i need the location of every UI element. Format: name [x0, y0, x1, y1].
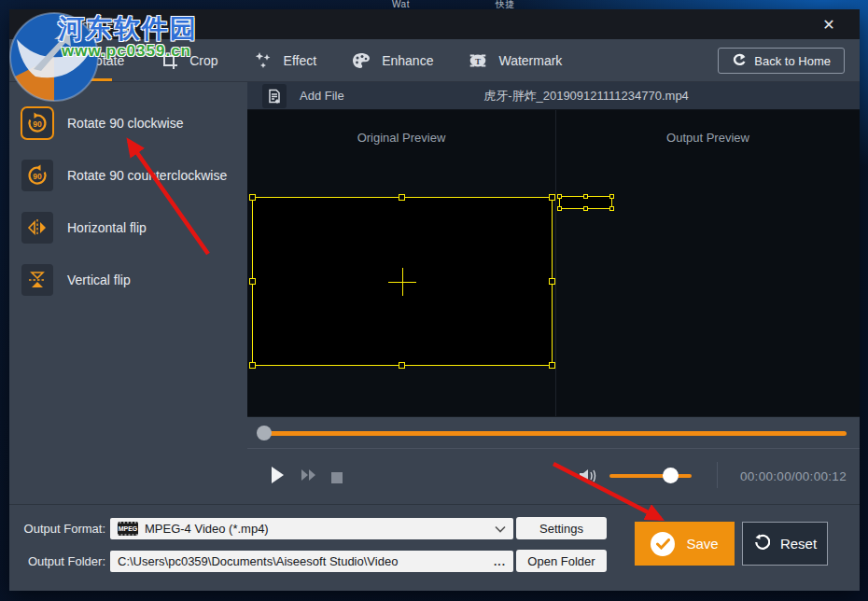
open-folder-button[interactable]: Open Folder — [516, 550, 607, 572]
selection-handle[interactable] — [399, 362, 405, 369]
tab-label: Effect — [284, 53, 317, 68]
selection-handle[interactable] — [583, 194, 588, 199]
time-display: 00:00:00/00:00:12 — [740, 469, 847, 483]
sidebar-item-label: Horizontal flip — [67, 220, 147, 235]
volume-handle[interactable] — [663, 468, 679, 483]
selection-center-crosshair[interactable] — [388, 268, 416, 296]
selection-handle[interactable] — [249, 362, 256, 369]
seek-bar — [247, 416, 860, 448]
sidebar-item-vertical-flip[interactable]: Vertical flip — [9, 258, 247, 302]
playback-controls: 00:00:00/00:00:12 — [247, 448, 860, 504]
svg-text:T: T — [475, 56, 482, 65]
sidebar-item-rotate-90-clockwise[interactable]: 90 Rotate 90 clockwise — [9, 101, 247, 146]
add-file-label[interactable]: Add File — [300, 89, 344, 103]
reset-button[interactable]: Reset — [742, 522, 828, 566]
vertical-flip-icon — [21, 264, 53, 296]
seek-handle[interactable] — [257, 426, 272, 440]
output-folder-label: Output Folder: — [9, 554, 105, 568]
browse-folder-button[interactable]: ... — [494, 555, 506, 568]
play-icon[interactable] — [271, 466, 285, 488]
output-format-value: MPEG-4 Video (*.mp4) — [145, 522, 495, 536]
svg-text:90: 90 — [33, 119, 42, 129]
output-folder-value: C:\Users\pc0359\Documents\Aiseesoft Stud… — [118, 554, 494, 568]
selection-handle[interactable] — [549, 362, 555, 369]
app-star-icon: ★ — [28, 20, 36, 30]
stop-icon[interactable] — [331, 470, 343, 487]
svg-text:90: 90 — [33, 172, 42, 181]
tab-watermark[interactable]: T Watermark — [467, 49, 562, 72]
rotate-options-sidebar: 90 Rotate 90 clockwise 90 Rotate 90 coun… — [9, 82, 247, 504]
open-folder-label: Open Folder — [527, 554, 595, 568]
output-selection-rect[interactable] — [559, 196, 612, 209]
output-format-label: Output Format: — [9, 522, 105, 536]
tab-label: Watermark — [498, 53, 562, 68]
sidebar-item-label: Rotate 90 clockwise — [67, 116, 184, 131]
tab-crop[interactable]: Crop — [158, 49, 217, 72]
app-window: ★ Free Video Editor ✕ Rotate Crop Effect — [9, 9, 860, 591]
preview-divider — [555, 110, 556, 416]
file-toolbar: Add File 虎牙-胖炸_201909121111234770.mp4 — [247, 82, 860, 110]
sidebar-item-label: Rotate 90 counterclockwise — [67, 168, 227, 183]
sidebar-item-rotate-90-counterclockwise[interactable]: 90 Rotate 90 counterclockwise — [9, 153, 247, 198]
desktop-text-fragment: Wat — [392, 0, 410, 9]
tab-rotate[interactable]: Rotate — [54, 49, 124, 72]
active-tab-indicator — [19, 78, 112, 81]
output-panel: Output Format: MPEG MPEG-4 Video (*.mp4)… — [9, 504, 860, 591]
reset-label: Reset — [780, 536, 817, 552]
fast-forward-icon[interactable] — [301, 468, 317, 485]
back-to-home-label: Back to Home — [754, 54, 831, 68]
selection-handle[interactable] — [557, 206, 562, 211]
tab-label: Enhance — [382, 53, 433, 68]
tab-label: Rotate — [86, 53, 124, 68]
save-button[interactable]: Save — [635, 522, 735, 566]
controls-separator — [717, 462, 718, 488]
mpeg-format-icon: MPEG — [118, 522, 138, 536]
selection-handle[interactable] — [549, 278, 555, 285]
crop-tab-icon — [158, 49, 180, 72]
horizontal-flip-icon — [21, 212, 53, 244]
watermark-tab-icon: T — [467, 49, 489, 72]
selection-handle[interactable] — [609, 194, 614, 199]
tab-label: Crop — [189, 53, 217, 68]
output-format-select[interactable]: MPEG MPEG-4 Video (*.mp4) — [110, 518, 513, 539]
window-title: Free Video Editor — [43, 18, 137, 32]
selection-handle[interactable] — [249, 278, 256, 285]
chevron-down-icon[interactable] — [495, 524, 506, 535]
original-selection-rect[interactable] — [252, 197, 553, 366]
reset-icon — [753, 534, 770, 553]
selection-handle[interactable] — [583, 206, 588, 211]
settings-button[interactable]: Settings — [516, 517, 607, 539]
rotate-clockwise-icon: 90 — [21, 107, 53, 139]
seek-track[interactable] — [263, 431, 847, 436]
close-icon[interactable]: ✕ — [817, 14, 841, 35]
rotate-tab-icon — [54, 49, 77, 72]
tab-enhance[interactable]: Enhance — [350, 49, 433, 72]
sidebar-item-label: Vertical flip — [67, 273, 131, 287]
back-to-home-button[interactable]: Back to Home — [718, 48, 845, 74]
selection-handle[interactable] — [399, 194, 405, 201]
settings-label: Settings — [539, 522, 583, 536]
back-arrow-icon — [732, 53, 747, 69]
check-icon — [651, 532, 675, 556]
title-bar: ★ Free Video Editor ✕ — [9, 9, 860, 39]
add-file-icon[interactable] — [262, 84, 287, 108]
tab-bar: Rotate Crop Effect Enhance T Watermark — [9, 39, 860, 82]
selection-handle[interactable] — [557, 194, 562, 199]
tab-effect[interactable]: Effect — [252, 49, 317, 72]
selection-handle[interactable] — [609, 206, 614, 211]
sidebar-item-horizontal-flip[interactable]: Horizontal flip — [9, 205, 247, 250]
save-label: Save — [686, 536, 718, 552]
output-preview-label: Output Preview — [556, 131, 860, 145]
selection-handle[interactable] — [549, 194, 555, 201]
loaded-file-name: 虎牙-胖炸_201909121111234770.mp4 — [483, 88, 689, 105]
volume-icon[interactable] — [579, 468, 597, 488]
effect-stars-icon — [252, 49, 274, 72]
original-preview-label: Original Preview — [247, 131, 555, 145]
preview-area: Original Preview Output Preview — [247, 110, 860, 416]
output-folder-input[interactable]: C:\Users\pc0359\Documents\Aiseesoft Stud… — [110, 551, 513, 572]
volume-slider[interactable] — [609, 474, 692, 478]
rotate-counterclockwise-icon: 90 — [21, 160, 53, 191]
enhance-palette-icon — [350, 49, 372, 72]
selection-handle[interactable] — [249, 194, 256, 201]
